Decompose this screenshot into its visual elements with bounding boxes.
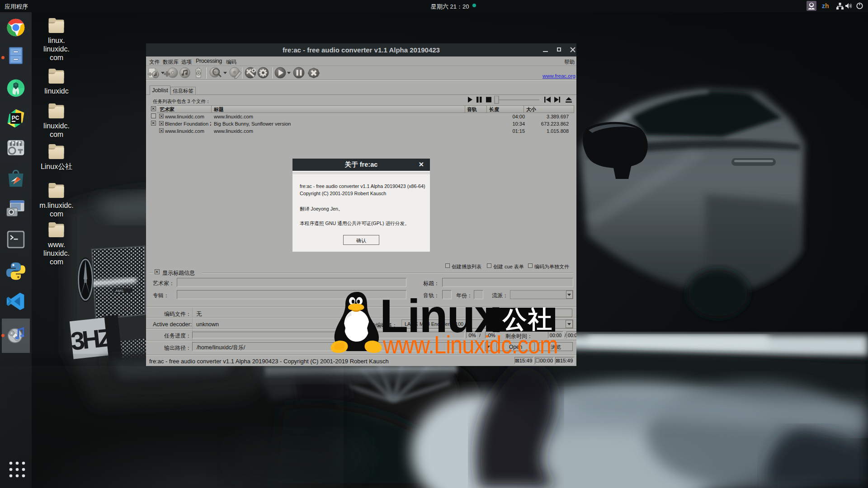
svg-text:AMG: AMG xyxy=(115,289,123,293)
svg-text:PC: PC xyxy=(12,115,19,121)
